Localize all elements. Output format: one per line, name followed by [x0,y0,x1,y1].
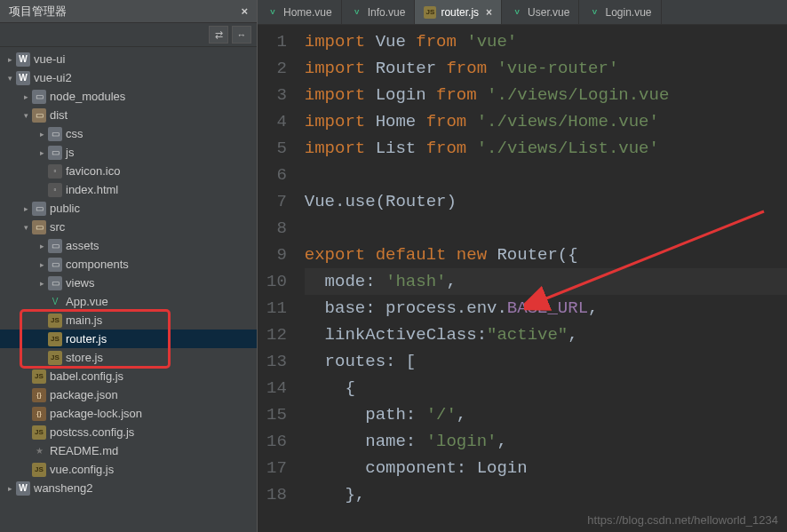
vue-icon: V [48,295,62,309]
tab-label: router.js [441,6,479,19]
tree-item[interactable]: ▸▭components [0,255,257,274]
code-line[interactable]: import List from './views/List.vue' [305,135,787,162]
folder-icon: ▭ [32,202,46,216]
tree-item[interactable]: {}package.json [0,385,257,404]
tree-item-label: vue-ui [34,52,65,66]
line-number: 2 [266,55,287,82]
tree-item[interactable]: ▸▭node_modules [0,87,257,106]
tree-item[interactable]: ▸Wvue-ui [0,50,257,68]
js-icon: JS [48,314,62,328]
line-number: 10 [266,268,287,295]
tree-item-label: wansheng2 [34,481,93,495]
code-line[interactable] [305,215,787,242]
editor-tab[interactable]: VHome.vue [258,0,342,24]
expand-arrow-icon[interactable]: ▾ [20,111,32,120]
code-area[interactable]: 123456789101112131415161718 import Vue f… [258,25,787,532]
code-line[interactable]: import Login from './views/Login.vue [305,82,787,108]
code-content[interactable]: import Vue from 'vue'import Router from … [298,25,787,532]
code-line[interactable]: component: Login [305,455,787,481]
code-line[interactable]: }, [305,481,787,508]
code-line[interactable]: base: process.env.BASE_URL, [305,295,787,322]
tree-item[interactable]: ▫index.html [0,180,257,199]
line-number: 16 [266,428,287,455]
expand-arrow-icon[interactable]: ▸ [20,204,32,213]
tree-item[interactable]: JSvue.config.js [0,460,257,479]
sidebar-close-icon[interactable]: × [237,4,251,18]
line-number: 6 [266,162,287,188]
tree-item[interactable]: ▸▭public [0,199,257,218]
editor-tab[interactable]: VUser.vue [502,0,579,24]
code-line[interactable]: import Router from 'vue-router' [305,55,787,82]
code-line[interactable]: { [305,375,787,401]
code-line[interactable]: import Home from './views/Home.vue' [305,108,787,135]
tree-item[interactable]: ▾Wvue-ui2 [0,68,257,87]
tree-item-label: index.html [66,183,118,196]
json-icon: {} [32,388,46,402]
project-tree[interactable]: ▸Wvue-ui▾Wvue-ui2▸▭node_modules▾▭dist▸▭c… [0,47,257,532]
sidebar-header: 项目管理器 × [0,0,257,23]
expand-arrow-icon[interactable]: ▸ [4,55,16,64]
tree-item[interactable]: ▸▭views [0,274,257,292]
editor-tab[interactable]: JSrouter.js× [415,0,502,24]
expand-arrow-icon[interactable]: ▾ [20,223,32,232]
sidebar-toolbar: ⇄ ↔ [0,23,257,47]
expand-arrow-icon[interactable]: ▸ [4,484,16,493]
code-line[interactable]: import Vue from 'vue' [305,28,787,55]
tree-item-label: package.json [50,388,118,401]
code-line[interactable]: routes: [ [305,348,787,375]
tree-item-label: favicon.ico [66,164,120,178]
tree-item-label: dist [50,108,68,122]
tree-item[interactable]: {}package-lock.json [0,404,257,423]
toolbar-sync-icon[interactable]: ⇄ [209,26,228,44]
tree-item[interactable]: JSstore.js [0,348,257,367]
json-icon: {} [32,407,46,421]
tree-item[interactable]: ▾▭dist [0,106,257,124]
tree-item[interactable]: ★README.md [0,441,257,460]
expand-arrow-icon[interactable]: ▸ [20,92,32,101]
expand-arrow-icon[interactable]: ▸ [36,279,48,288]
tree-item[interactable]: ▾▭src [0,218,257,236]
expand-arrow-icon[interactable]: ▸ [36,242,48,250]
js-icon: JS [48,351,62,365]
js-icon: JS [32,369,46,384]
expand-arrow-icon[interactable]: ▾ [4,74,16,83]
toolbar-collapse-icon[interactable]: ↔ [232,26,251,44]
vue-icon: V [266,6,279,19]
code-line[interactable] [305,162,787,188]
code-line[interactable]: mode: 'hash', [305,268,787,295]
expand-arrow-icon[interactable]: ▸ [36,130,48,139]
line-number: 3 [266,82,287,108]
tree-item[interactable]: VApp.vue [0,292,257,311]
line-number: 11 [266,295,287,322]
tree-item-label: src [50,220,65,234]
tree-item-label: store.js [66,351,103,364]
tree-item[interactable]: JSbabel.config.js [0,367,257,385]
tree-item[interactable]: JSrouter.js [0,330,257,348]
expand-arrow-icon[interactable]: ▸ [36,148,48,157]
tree-item-label: components [66,258,129,271]
tree-item[interactable]: ▫favicon.ico [0,162,257,180]
editor-tab[interactable]: VInfo.vue [342,0,416,24]
folder-icon: ▭ [48,239,62,253]
tree-item[interactable]: ▸▭assets [0,236,257,255]
expand-arrow-icon[interactable]: ▸ [36,260,48,269]
js-icon: JS [424,6,436,19]
w-icon: W [16,52,30,67]
tree-item[interactable]: JSpostcss.config.js [0,423,257,441]
tree-item[interactable]: ▸▭js [0,143,257,162]
code-line[interactable]: Vue.use(Router) [305,188,787,215]
html-icon: ▫ [48,183,62,197]
code-line[interactable]: export default new Router({ [305,242,787,268]
editor-tab[interactable]: VLogin.vue [579,0,661,24]
tree-item[interactable]: ▸Wwansheng2 [0,479,257,497]
watermark: https://blog.csdn.net/helloworld_1234 [587,513,778,527]
code-line[interactable]: path: '/', [305,401,787,428]
code-line[interactable]: linkActiveClass:"active", [305,322,787,348]
folder-icon: ▭ [48,276,62,290]
tree-item-label: vue.config.js [50,463,114,476]
code-line[interactable]: name: 'login', [305,428,787,455]
tab-close-icon[interactable]: × [486,6,492,19]
tree-item-label: views [66,276,95,290]
tree-item[interactable]: JSmain.js [0,311,257,330]
tree-item[interactable]: ▸▭css [0,124,257,143]
